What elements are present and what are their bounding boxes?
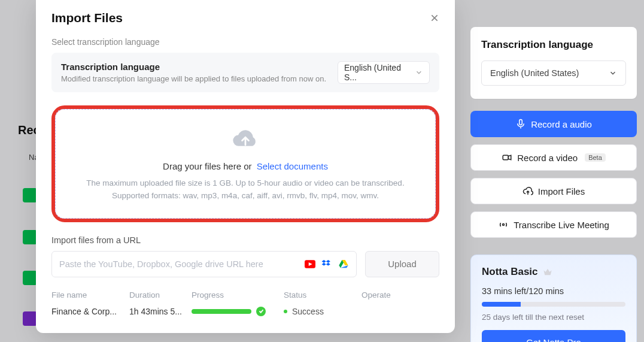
import-files-modal: Import Files Select transcription langua…	[36, 0, 455, 333]
progress-check-icon	[256, 307, 266, 316]
record-video-label: Record a video	[517, 153, 578, 163]
microphone-icon	[515, 119, 526, 129]
url-import-label: Import files from a URL	[51, 235, 439, 245]
svg-rect-1	[503, 155, 508, 160]
file-dropzone[interactable]: Drag your files here or Select documents…	[55, 109, 436, 219]
language-box: Transcription language Modified transcri…	[51, 53, 439, 92]
svg-marker-2	[508, 155, 511, 160]
plan-minutes: 33 mins left/120 mins	[482, 286, 625, 296]
url-input-wrap	[51, 251, 357, 277]
th-operate: Operate	[362, 290, 421, 299]
language-selected-label: English (United States)	[490, 68, 579, 78]
broadcast-icon	[498, 219, 509, 230]
record-audio-button[interactable]: Record a audio	[470, 111, 637, 137]
plan-progress-fill	[482, 302, 521, 307]
lang-box-title: Transcription language	[61, 62, 326, 72]
plan-name: Notta Basic	[482, 266, 538, 278]
video-icon	[502, 152, 512, 163]
status-dot-icon	[284, 310, 287, 313]
get-pro-button[interactable]: Get Notta Pro	[482, 330, 625, 342]
youtube-icon	[305, 260, 315, 268]
th-status: Status	[284, 290, 362, 299]
record-video-button[interactable]: Record a video Beta	[470, 144, 637, 171]
close-icon[interactable]	[430, 13, 439, 23]
plan-card: Notta Basic 33 mins left/120 mins 25 day…	[470, 255, 637, 342]
select-documents-link[interactable]: Select documents	[257, 161, 328, 171]
crown-icon	[543, 268, 552, 276]
record-audio-label: Record a audio	[531, 119, 592, 129]
cloud-upload-icon	[523, 186, 533, 196]
status-text: Success	[292, 307, 324, 316]
th-progress: Progress	[192, 290, 284, 299]
dropzone-text: Drag your files here or	[163, 161, 251, 171]
dropzone-highlight: Drag your files here or Select documents…	[51, 105, 439, 222]
plan-note: 25 days left till the next reset	[482, 313, 625, 322]
cell-status: Success	[284, 307, 362, 316]
url-input[interactable]	[59, 259, 305, 269]
lang-box-subtitle: Modified transcription language will be …	[61, 74, 326, 83]
language-select[interactable]: English (United States)	[481, 60, 626, 86]
select-language-label: Select transcription language	[51, 37, 439, 47]
right-rail: Transcription language English (United S…	[470, 27, 637, 342]
upload-table-row: Finance & Corp... 1h 43mins 5... Success	[51, 307, 439, 316]
get-pro-label: Get Notta Pro	[526, 337, 581, 343]
transcription-language-card: Transcription language English (United S…	[470, 27, 637, 99]
dropbox-icon	[321, 260, 332, 268]
beta-badge: Beta	[585, 153, 606, 162]
cell-duration: 1h 43mins 5...	[129, 307, 192, 316]
plan-progress-bar	[482, 302, 625, 307]
svg-point-3	[503, 224, 505, 226]
dropzone-sub2: Supported formats: wav, mp3, m4a, caf, a…	[68, 190, 423, 202]
transcribe-live-label: Transcribe Live Meeting	[514, 220, 609, 230]
modal-language-selected: English (United S...	[344, 63, 415, 82]
cell-progress	[192, 307, 284, 316]
modal-language-select[interactable]: English (United S...	[338, 61, 430, 84]
chevron-down-icon	[415, 68, 423, 77]
upload-button[interactable]: Upload	[365, 251, 439, 277]
transcribe-live-button[interactable]: Transcribe Live Meeting	[470, 211, 637, 238]
dropzone-sub1: The maximum uploaded file size is 1 GB. …	[68, 177, 423, 190]
cell-filename: Finance & Corp...	[51, 307, 129, 316]
modal-title: Import Files	[51, 11, 123, 25]
th-filename: File name	[51, 290, 129, 299]
google-drive-icon	[338, 260, 349, 268]
progress-bar	[192, 309, 251, 314]
upload-label: Upload	[388, 259, 417, 269]
transcription-language-title: Transcription language	[481, 39, 626, 51]
cloud-upload-icon	[232, 126, 259, 150]
chevron-down-icon	[609, 69, 617, 77]
import-files-label: Import Files	[538, 186, 585, 196]
upload-table-header: File name Duration Progress Status Opera…	[51, 290, 439, 299]
th-duration: Duration	[129, 290, 192, 299]
svg-rect-0	[520, 120, 523, 125]
import-files-button[interactable]: Import Files	[470, 178, 637, 204]
